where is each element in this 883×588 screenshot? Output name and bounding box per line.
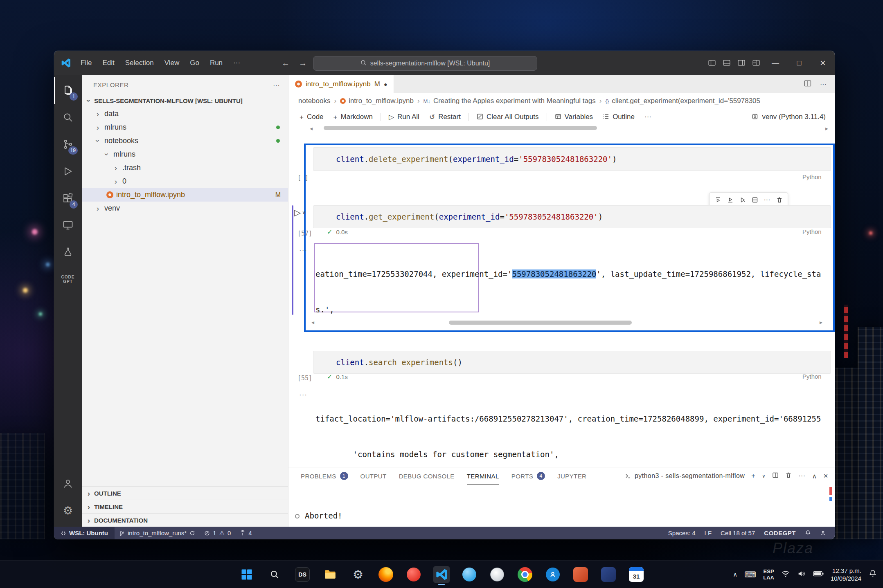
cell-language-label[interactable]: Python	[802, 228, 822, 235]
code-cell-get-experiment[interactable]: client.get_experiment(experiment_id='559…	[313, 205, 831, 228]
notebook-canvas[interactable]: ◂ ▸ client.delete_experiment(experiment_…	[288, 125, 835, 467]
settings-app-icon[interactable]: ⚙	[349, 566, 367, 583]
codegpt-status[interactable]: CODEGPT	[759, 527, 800, 539]
activitybar-run-debug[interactable]	[54, 158, 82, 185]
tab-debug-console[interactable]: DEBUG CONSOLE	[399, 467, 455, 485]
variables-button[interactable]: Variables	[550, 111, 598, 123]
remote-indicator[interactable]: WSL: Ubuntu	[54, 527, 115, 539]
command-decoration-icon[interactable]	[295, 514, 300, 518]
activitybar-testing[interactable]	[54, 239, 82, 266]
menu-file[interactable]: File	[75, 56, 97, 70]
split-cell-icon[interactable]	[749, 195, 760, 206]
run-all-button[interactable]: ▷Run All	[384, 111, 424, 123]
scroll-left-icon[interactable]: ◂	[311, 319, 314, 325]
kernel-picker[interactable]: venv (Python 3.11.4)	[752, 113, 835, 121]
unsaved-dot-icon[interactable]: ●	[384, 81, 387, 88]
new-terminal-icon[interactable]: +	[751, 472, 755, 480]
sidebar-item-data[interactable]: › data	[82, 107, 288, 121]
code-cell-delete-experiment[interactable]: client.delete_experiment(experiment_id='…	[313, 147, 831, 171]
code-cell-search-experiments[interactable]: client.search_experiments()	[313, 351, 831, 374]
terminal-dropdown-icon[interactable]: ∨	[762, 473, 766, 479]
section-timeline[interactable]: › TIMELINE	[82, 500, 288, 513]
menu-view[interactable]: View	[159, 56, 185, 70]
customize-layout-icon[interactable]	[749, 51, 764, 75]
maximize-button[interactable]: □	[787, 51, 811, 75]
activitybar-source-control[interactable]: 19	[54, 131, 82, 158]
tab-problems[interactable]: PROBLEMS1	[301, 467, 348, 485]
toggle-secondary-sidebar-icon[interactable]	[734, 51, 749, 75]
sidebar-item-intro-to-mlflow[interactable]: intro_to_mlflow.ipynb M	[82, 188, 288, 202]
forward-icon[interactable]: →	[299, 51, 307, 75]
sidebar-item-0[interactable]: › 0	[82, 175, 288, 188]
section-documentation[interactable]: › DOCUMENTATION	[82, 513, 288, 527]
red-app-icon[interactable]	[405, 566, 422, 583]
more-actions-icon[interactable]: ···	[761, 195, 773, 206]
close-panel-icon[interactable]: ×	[824, 471, 829, 480]
taskbar-ds-app-icon[interactable]: DS	[294, 566, 311, 583]
teal-app-icon[interactable]	[461, 566, 478, 583]
start-button[interactable]	[238, 566, 255, 583]
tab-jupyter[interactable]: JUPYTER	[557, 467, 586, 485]
back-icon[interactable]: ←	[282, 51, 290, 75]
account-status-icon[interactable]	[815, 527, 831, 539]
terminal-selector[interactable]: python3 - sells-segmentation-mlflow	[625, 472, 745, 480]
breadcrumb-notebooks[interactable]: notebooks	[298, 97, 330, 105]
white-app-icon[interactable]	[489, 566, 506, 583]
notification-bell-icon[interactable]	[868, 569, 877, 580]
touch-keyboard-icon[interactable]: ⌨	[744, 570, 756, 579]
chrome-icon[interactable]	[516, 566, 534, 583]
tray-chevron-up-icon[interactable]: ∧	[733, 571, 737, 578]
horizontal-scrollbar-thumb[interactable]	[324, 126, 597, 130]
activitybar-remote-explorer[interactable]	[54, 212, 82, 239]
scroll-left-icon[interactable]: ◂	[310, 125, 313, 132]
eol-indicator[interactable]: LF	[700, 527, 716, 539]
wifi-icon[interactable]	[781, 569, 790, 580]
activitybar-account[interactable]	[54, 470, 82, 497]
menu-more[interactable]: ···	[228, 56, 246, 70]
tab-output[interactable]: OUTPUT	[360, 467, 387, 485]
output-more-icon[interactable]: ···	[299, 391, 307, 399]
taskbar-search-icon[interactable]	[266, 566, 283, 583]
execute-below-icon[interactable]	[725, 195, 736, 206]
split-terminal-icon[interactable]	[772, 472, 779, 480]
toggle-panel-icon[interactable]	[719, 51, 734, 75]
toolbar-more-button[interactable]: ···	[640, 111, 656, 123]
taskbar-clock[interactable]: 12:37 p.m. 10/09/2024	[831, 567, 861, 582]
close-button[interactable]: ×	[811, 51, 835, 75]
toggle-sidebar-icon[interactable]	[705, 51, 719, 75]
workspace-section-header[interactable]: › SELLS-SEGMENTATION-MLFLOW [WSL: UBUNTU…	[82, 94, 288, 107]
errors-warnings-indicator[interactable]: 1 ⚠ 0	[200, 527, 235, 539]
cell-position-indicator[interactable]: Cell 18 of 57	[716, 527, 759, 539]
menu-go[interactable]: Go	[185, 56, 205, 70]
sidebar-item-mlruns[interactable]: › mlruns	[82, 121, 288, 134]
sidebar-more-icon[interactable]: ···	[273, 81, 280, 88]
people-app-icon[interactable]	[544, 566, 561, 583]
activitybar-search[interactable]	[54, 104, 82, 131]
breadcrumb-markdown-heading[interactable]: M↓Creating the Apples experiment with Me…	[423, 97, 596, 105]
sidebar-item-trash[interactable]: › .trash	[82, 161, 288, 175]
add-code-cell-button[interactable]: +Code	[295, 111, 328, 123]
menu-run[interactable]: Run	[205, 56, 228, 70]
firefox-icon[interactable]	[377, 566, 394, 583]
git-branch-indicator[interactable]: intro_to_mlflow_runs*	[115, 527, 200, 539]
cell-language-label[interactable]: Python	[802, 173, 822, 180]
execute-above-icon[interactable]	[712, 195, 723, 206]
menu-selection[interactable]: Selection	[120, 56, 159, 70]
sidebar-item-venv[interactable]: › venv	[82, 202, 288, 215]
restart-kernel-button[interactable]: ↺Restart	[425, 111, 465, 123]
activitybar-extensions[interactable]: 4	[54, 185, 82, 212]
kill-terminal-icon[interactable]	[785, 472, 792, 480]
battery-icon[interactable]	[813, 571, 824, 578]
split-editor-icon[interactable]	[804, 79, 812, 89]
tab-terminal[interactable]: TERMINAL	[467, 467, 499, 485]
menu-edit[interactable]: Edit	[97, 56, 119, 70]
cell-language-label[interactable]: Python	[802, 373, 822, 380]
activitybar-explorer[interactable]: 1	[54, 77, 82, 104]
add-markdown-cell-button[interactable]: +Markdown	[329, 111, 377, 123]
delete-cell-icon[interactable]	[774, 195, 785, 206]
navy-tile-app-icon[interactable]	[600, 566, 617, 583]
language-indicator[interactable]: ESPLAA	[763, 568, 774, 581]
section-outline[interactable]: › OUTLINE	[82, 486, 288, 500]
editor-more-icon[interactable]: ···	[820, 81, 827, 88]
minimize-button[interactable]: —	[764, 51, 787, 75]
